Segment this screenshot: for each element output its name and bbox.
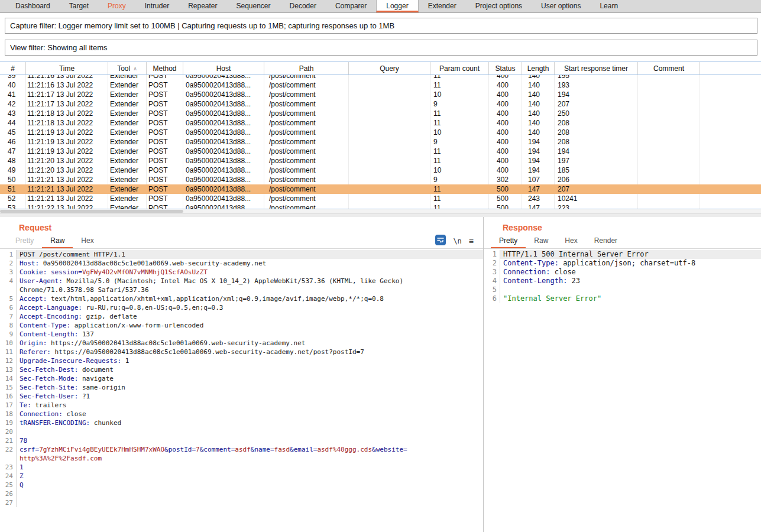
cell-method: POST bbox=[147, 147, 183, 156]
cell--: 40 bbox=[0, 80, 26, 90]
column-header-host[interactable]: Host bbox=[183, 62, 264, 74]
line-number: 16 bbox=[0, 392, 17, 401]
tab-learn[interactable]: Learn bbox=[590, 0, 627, 12]
table-row[interactable]: 4811:21:20 13 Jul 2022ExtenderPOST0a9500… bbox=[0, 156, 761, 166]
response-editor[interactable]: 1HTTP/1.1 500 Internal Server Error2Cont… bbox=[484, 249, 761, 303]
tab-decoder[interactable]: Decoder bbox=[280, 0, 326, 12]
cell-time: 11:21:22 13 Jul 2022 bbox=[26, 203, 108, 209]
column-header-status[interactable]: Status bbox=[489, 62, 522, 74]
cell-path: /post/comment bbox=[264, 75, 349, 80]
cell-length: 194 bbox=[522, 156, 555, 166]
column-header-comment[interactable]: Comment bbox=[638, 62, 700, 74]
request-tab-hex[interactable]: Hex bbox=[73, 233, 102, 248]
cell-status: 400 bbox=[489, 147, 522, 156]
column-header-path[interactable]: Path bbox=[264, 62, 349, 74]
token: User-Agent: bbox=[20, 277, 63, 285]
cell-host: 0a9500020413d88... bbox=[183, 99, 264, 109]
tab-logger[interactable]: Logger bbox=[376, 0, 418, 12]
table-row[interactable]: 4711:21:19 13 Jul 2022ExtenderPOST0a9500… bbox=[0, 147, 761, 156]
code-line: 15Sec-Fetch-Site: same-origin bbox=[0, 383, 483, 392]
line-content: http%3A%2F%2Fasdf.com bbox=[17, 454, 483, 463]
table-row[interactable]: 5011:21:21 13 Jul 2022ExtenderPOST0a9500… bbox=[0, 175, 761, 184]
response-tab-pretty[interactable]: Pretty bbox=[491, 233, 526, 248]
token: Content-Type: bbox=[20, 322, 70, 329]
code-line: 7Accept-Encoding: gzip, deflate bbox=[0, 312, 483, 321]
table-horizontal-scrollbar[interactable] bbox=[0, 209, 761, 213]
table-row[interactable]: 5311:21:22 13 Jul 2022ExtenderPOST0a9500… bbox=[0, 203, 761, 209]
table-row[interactable]: 5211:21:21 13 Jul 2022ExtenderPOST0a9500… bbox=[0, 194, 761, 203]
view-filter-bar[interactable]: View filter: Showing all items bbox=[5, 40, 757, 56]
cell-path: /post/comment bbox=[264, 184, 349, 194]
cell-status: 400 bbox=[489, 80, 522, 90]
code-line: Chrome/71.0.3578.98 Safari/537.36 bbox=[0, 286, 483, 294]
line-number: 19 bbox=[0, 419, 17, 427]
newline-icon[interactable]: \n bbox=[453, 237, 461, 245]
line-content: Z bbox=[17, 472, 483, 481]
column-header-query[interactable]: Query bbox=[349, 62, 430, 74]
line-number: 24 bbox=[0, 472, 17, 481]
capture-filter-bar[interactable]: Capture filter: Logger memory limit set … bbox=[5, 18, 757, 34]
table-row[interactable]: 4311:21:18 13 Jul 2022ExtenderPOST0a9500… bbox=[0, 109, 761, 118]
token: &comment= bbox=[200, 446, 235, 453]
token: Cookie: bbox=[20, 268, 47, 276]
response-tab-hex[interactable]: Hex bbox=[556, 233, 585, 248]
token: Accept-Encoding: bbox=[20, 313, 82, 320]
word-wrap-icon[interactable] bbox=[435, 235, 446, 248]
column-header-time[interactable]: Time bbox=[26, 62, 108, 74]
line-number: 23 bbox=[0, 463, 17, 472]
message-editor-area: Request PrettyRawHex \n ≡ 1POST /post/co… bbox=[0, 217, 761, 532]
table-row[interactable]: 4411:21:18 13 Jul 2022ExtenderPOST0a9500… bbox=[0, 118, 761, 128]
table-row[interactable]: 4011:21:16 13 Jul 2022ExtenderPOST0a9500… bbox=[0, 80, 761, 90]
response-tab-render[interactable]: Render bbox=[586, 233, 626, 248]
cell-time: 11:21:17 13 Jul 2022 bbox=[26, 90, 108, 99]
table-row[interactable]: 4511:21:19 13 Jul 2022ExtenderPOST0a9500… bbox=[0, 128, 761, 137]
column-header-filler bbox=[700, 62, 761, 74]
column-header-start-response-timer[interactable]: Start response timer bbox=[555, 62, 638, 74]
response-title: Response bbox=[484, 217, 761, 233]
tab-repeater[interactable]: Repeater bbox=[179, 0, 226, 12]
tab-intruder[interactable]: Intruder bbox=[135, 0, 179, 12]
tab-project-options[interactable]: Project options bbox=[466, 0, 532, 12]
request-tab-raw[interactable]: Raw bbox=[42, 233, 73, 248]
table-row[interactable]: 4111:21:17 13 Jul 2022ExtenderPOST0a9500… bbox=[0, 90, 761, 99]
line-content: Sec-Fetch-Site: same-origin bbox=[17, 383, 483, 392]
cell-tool: Extender bbox=[108, 137, 147, 147]
cell-comment bbox=[638, 75, 700, 80]
request-editor[interactable]: 1POST /post/comment HTTP/1.12Host: 0a950… bbox=[0, 249, 483, 507]
tab-target[interactable]: Target bbox=[60, 0, 98, 12]
table-row[interactable]: 5111:21:21 13 Jul 2022ExtenderPOST0a9500… bbox=[0, 184, 761, 194]
cell-status: 400 bbox=[489, 118, 522, 128]
token: document bbox=[78, 366, 114, 374]
tab-proxy[interactable]: Proxy bbox=[98, 0, 135, 12]
tab-sequencer[interactable]: Sequencer bbox=[227, 0, 280, 12]
table-row[interactable]: 3911:21:16 13 Jul 2022ExtenderPOST0a9500… bbox=[0, 75, 761, 80]
request-tab-pretty[interactable]: Pretty bbox=[7, 233, 42, 248]
column-header-param-count[interactable]: Param count bbox=[430, 62, 489, 74]
table-row[interactable]: 4911:21:20 13 Jul 2022ExtenderPOST0a9500… bbox=[0, 166, 761, 175]
line-number: 5 bbox=[0, 294, 17, 303]
cell-method: POST bbox=[147, 137, 183, 147]
column-header-method[interactable]: Method bbox=[147, 62, 183, 74]
response-tab-raw[interactable]: Raw bbox=[526, 233, 556, 248]
line-number: 3 bbox=[0, 268, 17, 277]
line-content: Upgrade-Insecure-Requests: 1 bbox=[17, 356, 483, 365]
tab-user-options[interactable]: User options bbox=[532, 0, 590, 12]
cell--: 51 bbox=[0, 184, 26, 194]
tab-comparer[interactable]: Comparer bbox=[326, 0, 376, 12]
line-number: 20 bbox=[0, 427, 17, 436]
cell-status: 400 bbox=[489, 109, 522, 118]
column-header-length[interactable]: Length bbox=[522, 62, 555, 74]
column-header--[interactable]: # bbox=[0, 62, 26, 74]
cell-length: 194 bbox=[522, 137, 555, 147]
table-row[interactable]: 4611:21:19 13 Jul 2022ExtenderPOST0a9500… bbox=[0, 137, 761, 147]
table-row[interactable]: 4211:21:17 13 Jul 2022ExtenderPOST0a9500… bbox=[0, 99, 761, 109]
cell-host: 0a9500020413d88... bbox=[183, 137, 264, 147]
cell-time: 11:21:16 13 Jul 2022 bbox=[26, 75, 108, 80]
cell-comment bbox=[638, 80, 700, 90]
editor-menu-icon[interactable]: ≡ bbox=[469, 236, 474, 246]
scrollbar-handle[interactable] bbox=[0, 210, 183, 213]
tab-extender[interactable]: Extender bbox=[419, 0, 466, 12]
cell-start-response-timer: 194 bbox=[555, 147, 638, 156]
column-header-tool[interactable]: Tool∧ bbox=[108, 62, 147, 74]
tab-dashboard[interactable]: Dashboard bbox=[6, 0, 60, 12]
